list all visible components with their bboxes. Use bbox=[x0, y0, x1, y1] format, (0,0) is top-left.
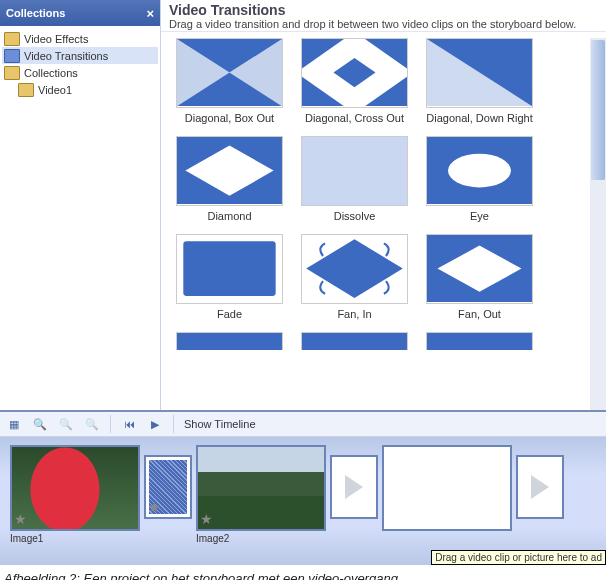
tree-item-video-effects[interactable]: Video Effects bbox=[2, 30, 158, 47]
trans-row bbox=[167, 326, 600, 350]
zoom-in-icon[interactable]: 🔍 bbox=[32, 416, 48, 432]
separator bbox=[110, 415, 111, 433]
transition-thumb bbox=[176, 136, 283, 206]
storyboard-transition-slot[interactable] bbox=[516, 455, 564, 519]
separator bbox=[173, 415, 174, 433]
effect-star-icon: ★ bbox=[200, 511, 213, 527]
svg-rect-19 bbox=[177, 333, 282, 350]
transition-item[interactable]: Eye bbox=[417, 130, 542, 228]
tree-item-collections[interactable]: Collections bbox=[2, 64, 158, 81]
tree-label: Video Effects bbox=[24, 33, 88, 45]
figure-caption: Afbeelding 2: Een project op het storybo… bbox=[0, 565, 606, 580]
trans-row: Diamond Dissolve Eye bbox=[167, 130, 600, 228]
transition-item[interactable]: Fan, Out bbox=[417, 228, 542, 326]
transition-item[interactable]: Diagonal, Down Right bbox=[417, 32, 542, 130]
transition-label: Diagonal, Cross Out bbox=[292, 112, 417, 124]
clip-label: Image1 bbox=[10, 533, 140, 544]
transition-thumb bbox=[426, 234, 533, 304]
storyboard-clip[interactable]: ★ Image2 bbox=[196, 445, 326, 544]
clip-thumb bbox=[382, 445, 512, 531]
transition-label: Fan, Out bbox=[417, 308, 542, 320]
effect-star-icon: ★ bbox=[14, 511, 27, 527]
trans-row: Fade Fan, In Fan, Out bbox=[167, 228, 600, 326]
svg-rect-20 bbox=[302, 333, 407, 350]
svg-marker-7 bbox=[365, 77, 407, 106]
effect-star-icon: ★ bbox=[148, 499, 161, 515]
page-subtitle: Drag a video transition and drop it betw… bbox=[169, 18, 598, 30]
zoom-out-icon[interactable]: 🔍 bbox=[58, 416, 74, 432]
svg-rect-21 bbox=[427, 333, 532, 350]
transition-thumb bbox=[426, 38, 533, 108]
transition-thumb bbox=[301, 38, 408, 108]
transition-item[interactable]: Diagonal, Cross Out bbox=[292, 32, 417, 130]
clip-thumb: ★ bbox=[10, 445, 140, 531]
storyboard-empty-slot[interactable] bbox=[382, 445, 512, 531]
clip-label: Image2 bbox=[196, 533, 326, 544]
svg-point-14 bbox=[448, 154, 511, 188]
transition-item[interactable] bbox=[292, 326, 417, 350]
transition-item[interactable] bbox=[167, 326, 292, 350]
folder-icon bbox=[4, 66, 20, 80]
transition-item[interactable]: Fade bbox=[167, 228, 292, 326]
app-window: Collections × Video Effects Video Transi… bbox=[0, 0, 606, 580]
storyboard-transition-slot[interactable] bbox=[330, 455, 378, 519]
collections-tree: Video Effects Video Transitions Collecti… bbox=[0, 26, 160, 102]
folder-icon bbox=[18, 83, 34, 97]
tree-item-video-transitions[interactable]: Video Transitions bbox=[2, 47, 158, 64]
transition-item[interactable]: Fan, In bbox=[292, 228, 417, 326]
transition-item[interactable]: Dissolve bbox=[292, 130, 417, 228]
transition-label: Dissolve bbox=[292, 210, 417, 222]
svg-marker-4 bbox=[302, 39, 344, 68]
play-icon[interactable]: ▶ bbox=[147, 416, 163, 432]
transition-thumb bbox=[176, 332, 283, 350]
svg-marker-8 bbox=[334, 58, 376, 87]
svg-marker-6 bbox=[302, 77, 344, 106]
tree-item-video1[interactable]: Video1 bbox=[2, 81, 158, 98]
transition-item[interactable] bbox=[417, 326, 542, 350]
zoom-fit-icon[interactable]: 🔍 bbox=[84, 416, 100, 432]
collections-header: Collections × bbox=[0, 0, 160, 26]
transition-item[interactable]: Diamond bbox=[167, 130, 292, 228]
storyboard-toolbar: ▦ 🔍 🔍 🔍 ⏮ ▶ Show Timeline bbox=[0, 412, 606, 437]
upper-pane: Collections × Video Effects Video Transi… bbox=[0, 0, 606, 412]
transition-label: Diagonal, Down Right bbox=[417, 112, 542, 124]
transition-label: Diamond bbox=[167, 210, 292, 222]
transition-thumb bbox=[176, 234, 283, 304]
trans-row: Diagonal, Box Out Diagonal, Cross Out Di… bbox=[167, 32, 600, 130]
transition-thumb bbox=[301, 234, 408, 304]
transition-thumb bbox=[301, 332, 408, 350]
clip-thumb: ★ bbox=[196, 445, 326, 531]
rewind-icon[interactable]: ⏮ bbox=[121, 416, 137, 432]
transition-thumb bbox=[176, 38, 283, 108]
main-header: Video Transitions Drag a video transitio… bbox=[161, 0, 606, 32]
empty-transition-icon bbox=[345, 475, 363, 499]
show-timeline-button[interactable]: Show Timeline bbox=[184, 418, 256, 430]
storyboard[interactable]: ★ Image1 ★ ★ Image2 Drag a video clip or… bbox=[0, 437, 606, 565]
tree-label: Video1 bbox=[38, 84, 72, 96]
transition-thumb bbox=[426, 332, 533, 350]
transitions-grid: Diagonal, Box Out Diagonal, Cross Out Di… bbox=[161, 32, 606, 410]
svg-rect-15 bbox=[183, 241, 275, 296]
svg-marker-5 bbox=[365, 39, 407, 68]
scroll-thumb[interactable] bbox=[591, 40, 605, 180]
collections-panel: Collections × Video Effects Video Transi… bbox=[0, 0, 161, 410]
tasks-icon[interactable]: ▦ bbox=[6, 416, 22, 432]
empty-transition-icon bbox=[531, 475, 549, 499]
transition-thumb bbox=[426, 136, 533, 206]
drag-hint-tooltip: Drag a video clip or picture here to ad bbox=[431, 550, 606, 565]
folder-icon bbox=[4, 49, 20, 63]
close-icon[interactable]: × bbox=[146, 6, 154, 21]
tree-label: Collections bbox=[24, 67, 78, 79]
transition-label: Eye bbox=[417, 210, 542, 222]
transitions-panel: Video Transitions Drag a video transitio… bbox=[161, 0, 606, 410]
tree-label: Video Transitions bbox=[24, 50, 108, 62]
vertical-scrollbar[interactable] bbox=[590, 38, 606, 410]
page-title: Video Transitions bbox=[169, 2, 598, 18]
collections-title: Collections bbox=[6, 7, 65, 19]
transition-item[interactable]: Diagonal, Box Out bbox=[167, 32, 292, 130]
storyboard-transition-slot[interactable]: ★ bbox=[144, 455, 192, 519]
transition-label: Diagonal, Box Out bbox=[167, 112, 292, 124]
transition-label: Fan, In bbox=[292, 308, 417, 320]
storyboard-clip[interactable]: ★ Image1 bbox=[10, 445, 140, 544]
folder-icon bbox=[4, 32, 20, 46]
